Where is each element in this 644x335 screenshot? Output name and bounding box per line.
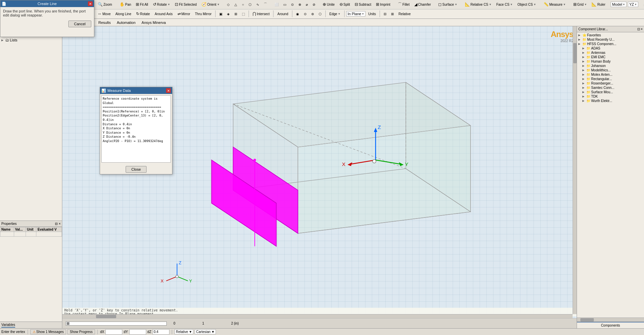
tree-item-lists[interactable]: ▶ 🗂 Lists xyxy=(1,38,61,42)
ico2-button[interactable]: ⊙ xyxy=(302,10,309,18)
comp-item-johanson[interactable]: ▶ 📁 Johanson xyxy=(578,64,643,68)
arr1-button[interactable]: ▣ xyxy=(217,10,224,18)
v-scrollbar[interactable] xyxy=(573,26,577,314)
h-scrollbar[interactable] xyxy=(62,314,573,318)
comp-item-favorites[interactable]: ▶ ⭐ Favorites xyxy=(578,33,643,37)
zoom-button[interactable]: 🔍 Zoom xyxy=(96,1,114,8)
subtract-button[interactable]: ⊟ Subtract xyxy=(353,1,373,8)
cartesian-dropdown[interactable]: Cartesian ▼ xyxy=(195,329,216,334)
right-panel-float-button[interactable]: ⊡ xyxy=(637,27,640,31)
relative-dropdown[interactable]: Relative ▼ xyxy=(174,329,193,334)
show-messages-button[interactable]: ⚠ Show 1 Messages xyxy=(30,329,66,334)
shape1-button[interactable]: ◇ xyxy=(225,1,232,8)
viewport-canvas[interactable]: Z X Y Z X Y xyxy=(62,26,577,328)
comp-item-modelithics[interactable]: ▶ 📁 Modelithics... xyxy=(578,68,643,72)
mirror-button[interactable]: ⇌ Mirror xyxy=(175,10,192,18)
comp-item-antennas[interactable]: ▶ 📁 Antennas xyxy=(578,51,643,55)
comp-item-most-recently[interactable]: ▶ 📁 Most Recently U... xyxy=(578,37,643,42)
dz-input[interactable] xyxy=(153,329,169,335)
object-cs-button[interactable]: Object CS ▼ xyxy=(515,1,538,8)
shape6-button[interactable]: ⌒ xyxy=(262,1,269,8)
ico4-button[interactable]: ⬡ xyxy=(317,10,324,18)
intersect-button[interactable]: ⋂ Intersect xyxy=(251,10,271,18)
model-dropdown[interactable]: Model ▼ xyxy=(611,2,626,7)
arr3-button[interactable]: ⊞ xyxy=(232,10,239,18)
edit4-button[interactable]: ⊗ xyxy=(296,1,303,8)
menu-results[interactable]: Results xyxy=(96,20,114,25)
comp-item-molex[interactable]: ▶ 📁 Molex Anten... xyxy=(578,72,643,77)
comp-item-rosenberger[interactable]: ▶ 📁 Rosenberger... xyxy=(578,81,643,86)
measure-close-button[interactable]: Close xyxy=(126,166,147,173)
comp-item-human[interactable]: ▶ 📁 Human Body xyxy=(578,59,643,64)
measure-dialog-close-button[interactable]: ✕ xyxy=(166,88,171,93)
edit2-button[interactable]: ▭ xyxy=(281,1,288,8)
relative-cs-button[interactable]: 📐 Relative CS ▼ xyxy=(463,1,494,8)
right-hscroll-thumb[interactable] xyxy=(580,318,594,322)
edit5-button[interactable]: ⌀ xyxy=(304,1,310,8)
shape5-button[interactable]: ∿ xyxy=(254,1,261,8)
rotate-r-button[interactable]: ↻ Rotate xyxy=(134,10,152,18)
move-button[interactable]: ↔ Move xyxy=(96,10,112,18)
yz-dropdown[interactable]: YZ ▼ xyxy=(628,2,638,7)
h-scrollbar-thumb[interactable] xyxy=(96,315,116,318)
components-tab[interactable]: Components xyxy=(577,322,644,328)
fillet-button[interactable]: ⌒ Fillet xyxy=(396,1,412,8)
right-panel-close-button[interactable]: × xyxy=(641,27,643,31)
comp-item-tdk[interactable]: ▶ 📁 TDK xyxy=(578,94,643,99)
arr4-button[interactable]: ⬚ xyxy=(240,10,247,18)
unite-button[interactable]: ⊕ Unite xyxy=(321,1,336,8)
split-button[interactable]: ⊖ Split xyxy=(337,1,352,8)
comp-item-wurth[interactable]: ▶ 📁 Wurth Elektr... xyxy=(578,99,643,103)
shape4-button[interactable]: ⬡ xyxy=(247,1,254,8)
comp-item-samtec[interactable]: ▶ 📁 Samtec Conn... xyxy=(578,86,643,90)
ruler-button[interactable]: 📐 Ruler xyxy=(589,1,607,8)
fit-selected-button[interactable]: ⊡ Fit Selected xyxy=(173,1,199,8)
rotate-button[interactable]: ↺ Rotate ▼ xyxy=(151,1,172,8)
in-plane-dropdown[interactable]: In Plane ▼ xyxy=(346,11,365,16)
properties-titlebar: Properties ⊟ × xyxy=(0,221,62,227)
ico6-button[interactable]: ⊞ xyxy=(389,10,396,18)
around-axis-button[interactable]: Around Axis xyxy=(153,10,174,18)
shape2-button[interactable]: △ xyxy=(232,1,239,8)
edit6-button[interactable]: ⊘ xyxy=(311,1,317,8)
ico3-button[interactable]: ⊚ xyxy=(309,10,316,18)
comp-item-rectangular[interactable]: ▶ 📁 Rectangular... xyxy=(578,77,643,81)
variables-tab[interactable]: Variables xyxy=(1,323,15,328)
imprint-button[interactable]: ⊞ Imprint xyxy=(374,1,392,8)
fit-all-button[interactable]: ⊞ Fit All xyxy=(134,1,150,8)
snapshot-button[interactable]: 📷 xyxy=(642,1,644,8)
shape3-button[interactable]: ○ xyxy=(240,1,246,8)
around-button[interactable]: Around xyxy=(275,10,290,18)
measure-data-textarea[interactable] xyxy=(101,95,171,163)
menu-ansys-minerva[interactable]: Ansys Minerva xyxy=(139,20,168,25)
comp-item-adas[interactable]: ▶ 📁 ADAS xyxy=(578,46,643,51)
face-cs-button[interactable]: Face CS ▼ xyxy=(494,1,515,8)
edit1-button[interactable]: ⬜ xyxy=(272,1,281,8)
show-progress-button[interactable]: Show Progress xyxy=(67,329,95,334)
measure-button[interactable]: 📏 Measure ▼ xyxy=(542,1,568,8)
thru-mirror-button[interactable]: Thru Mirror xyxy=(193,10,214,18)
cancel-button[interactable]: Cancel xyxy=(68,21,91,27)
right-panel-hscroll[interactable] xyxy=(577,317,644,322)
menu-automation[interactable]: Automation xyxy=(114,20,138,25)
orient-button[interactable]: 🧭 Orient ▼ xyxy=(199,1,222,8)
dx-input[interactable] xyxy=(105,329,122,335)
edit3-button[interactable]: ⊙ xyxy=(289,1,296,8)
pan-button[interactable]: ✋ Pan xyxy=(118,1,133,8)
chamfer-button[interactable]: ◢ Chamfer xyxy=(412,1,433,8)
along-line-button[interactable]: Along Line xyxy=(113,10,133,18)
relative-r2-button[interactable]: Relative xyxy=(396,10,413,18)
comp-item-emi[interactable]: ▶ 📁 EMI EMC xyxy=(578,55,643,59)
dy-input[interactable] xyxy=(129,329,146,335)
comp-item-surface[interactable]: ▶ 📁 Surface Mou... xyxy=(578,90,643,94)
ico1-button[interactable]: ◉ xyxy=(294,10,301,18)
comp-item-hfss[interactable]: ▶ 📁 HFSS Componen... xyxy=(578,42,643,46)
create-dialog-close-button[interactable]: ✕ xyxy=(88,1,93,6)
grid-button[interactable]: ⊞ Grid ▼ xyxy=(571,1,589,8)
arr2-button[interactable]: ◈ xyxy=(225,10,232,18)
edge-button[interactable]: Edge ▼ xyxy=(327,10,343,18)
v-scrollbar-thumb[interactable] xyxy=(573,43,577,63)
surface-button[interactable]: ◻ Surface ▼ xyxy=(436,1,459,8)
ico5-button[interactable]: ⊟ xyxy=(382,10,388,18)
units-button[interactable]: Units xyxy=(366,10,378,18)
